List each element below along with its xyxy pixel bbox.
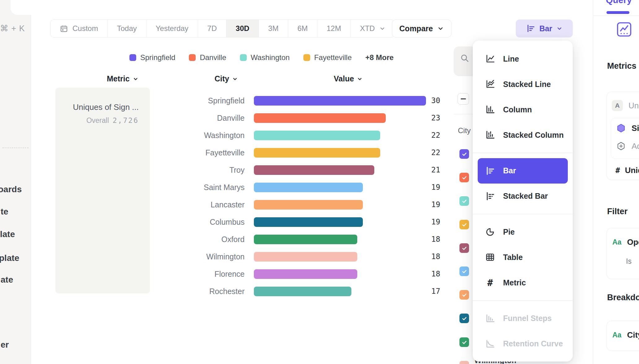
collapse-all-button[interactable] [458, 93, 469, 105]
bar-row: Oxford 18 [186, 231, 440, 248]
bar-category-label: Washington [186, 131, 245, 140]
check-icon [461, 315, 467, 322]
bar[interactable] [254, 287, 351, 296]
checkbox-washington[interactable] [459, 196, 469, 206]
bar[interactable] [254, 113, 386, 123]
sidebar-item-2[interactable]: late [0, 229, 15, 239]
sidebar-item-5[interactable]: er [1, 340, 9, 350]
checkbox-troy[interactable] [459, 243, 469, 253]
bar[interactable] [254, 235, 357, 244]
legend-item-springfield[interactable]: Springfield [129, 53, 175, 62]
checkbox-columbus[interactable] [459, 314, 469, 323]
menu-item-column[interactable]: Column [473, 97, 573, 122]
menu-item-stacked-bar[interactable]: Stacked Bar [473, 184, 573, 209]
bar-category-label: Troy [186, 166, 245, 175]
check-icon [461, 292, 467, 298]
bar-row: Saint Marys 19 [186, 179, 440, 196]
bar[interactable] [254, 131, 380, 140]
range-custom-button[interactable]: Custom [50, 20, 108, 37]
sidebar-item-3[interactable]: plate [0, 253, 19, 263]
calendar-icon [60, 24, 68, 33]
checkbox-fayetteville[interactable] [459, 220, 469, 229]
filter-group-label: City [458, 126, 471, 135]
range-label: 7D [207, 24, 217, 33]
column-header-city[interactable]: City [215, 74, 238, 83]
insights-chart-icon[interactable] [616, 21, 632, 38]
bar-value: 19 [431, 200, 440, 209]
add-event-hexagon-icon[interactable] [616, 141, 626, 151]
column-chart-icon [485, 105, 495, 115]
range-3m-button[interactable]: 3M [259, 20, 288, 37]
checkbox-lancaster[interactable] [459, 290, 469, 300]
filter-operator[interactable]: Is [626, 257, 632, 266]
menu-item-line[interactable]: Line [473, 46, 573, 72]
range-6m-button[interactable]: 6M [288, 20, 317, 37]
metrics-heading: Metrics [607, 61, 637, 71]
menu-item-retention-curve: Retention Curve [473, 331, 573, 357]
menu-item-stacked-line[interactable]: Stacked Line [473, 72, 573, 97]
bar[interactable] [254, 269, 357, 279]
event-selector-card[interactable]: Sig Ad [611, 118, 639, 159]
sidebar-item-boards[interactable]: oards [0, 184, 22, 194]
range-label: 12M [327, 24, 341, 33]
column-header-metric[interactable]: Metric [107, 74, 138, 83]
legend-more-button[interactable]: +8 More [365, 53, 393, 62]
menu-separator [473, 153, 573, 153]
bar[interactable] [254, 200, 363, 210]
bar[interactable] [254, 183, 363, 192]
filter-heading: Filter [607, 207, 628, 216]
range-yesterday-button[interactable]: Yesterday [146, 20, 198, 37]
filter-card[interactable]: Aa Ope Is i [606, 228, 639, 279]
metric-card[interactable]: Uniques of Sign ... Overall2,726 [55, 88, 150, 293]
menu-item-pie[interactable]: Pie [473, 219, 573, 245]
bar[interactable] [254, 148, 380, 158]
column-header-value[interactable]: Value [334, 74, 363, 83]
menu-item-label: Column [503, 105, 532, 114]
chart-type-dropdown-button[interactable]: Bar [516, 20, 573, 37]
sidebar-item-1[interactable]: te [1, 207, 8, 217]
sidebar-item-4[interactable]: ate [1, 275, 13, 285]
range-today-button[interactable]: Today [108, 20, 146, 37]
bar-track [254, 217, 426, 227]
bar-row: Wilmington 18 [186, 248, 440, 265]
legend-swatch [189, 54, 196, 61]
bar[interactable] [254, 217, 363, 227]
menu-item-label: Table [503, 253, 523, 262]
chevron-down-icon [232, 76, 238, 82]
menu-item-stacked-column[interactable]: Stacked Column [473, 122, 573, 148]
checkbox-saint-marys[interactable] [459, 266, 469, 276]
checkbox-danville[interactable] [459, 173, 469, 182]
bar[interactable] [254, 165, 374, 175]
chart-type-label: Bar [539, 24, 552, 33]
bar-value: 30 [431, 96, 440, 105]
range-30d-button[interactable]: 30D [226, 20, 259, 37]
legend-item-danville[interactable]: Danville [189, 53, 226, 62]
checkbox-oxford[interactable] [459, 337, 469, 347]
legend-item-fayetteville[interactable]: Fayetteville [303, 53, 352, 62]
legend-label: Washington [251, 53, 290, 62]
menu-item-metric[interactable]: # Metric [473, 270, 573, 295]
menu-item-table[interactable]: Table [473, 245, 573, 270]
chevron-down-icon [357, 76, 363, 82]
compare-button[interactable]: Compare [392, 20, 451, 37]
breakdown-card[interactable]: Aa City [606, 321, 639, 351]
range-label: 6M [298, 24, 308, 33]
checkbox-springfield[interactable] [459, 149, 469, 159]
range-xtd-button[interactable]: XTD [351, 20, 395, 37]
chevron-down-icon [437, 25, 444, 32]
tab-query[interactable]: Query [606, 0, 632, 5]
bar-category-label: Saint Marys [186, 183, 245, 192]
range-7d-button[interactable]: 7D [198, 20, 227, 37]
bar-row: Troy 21 [186, 161, 440, 179]
range-12m-button[interactable]: 12M [317, 20, 351, 37]
checkbox-wilmington[interactable] [459, 361, 469, 364]
bar-track [254, 96, 426, 106]
chart-legend: Springfield Danville Washington Fayettev… [129, 53, 393, 62]
add-event-label-truncated: Ad [632, 141, 639, 151]
menu-item-bar[interactable]: Bar [478, 158, 568, 184]
bar[interactable] [254, 252, 357, 262]
hash-icon: # [615, 166, 620, 175]
legend-item-washington[interactable]: Washington [240, 53, 290, 62]
bar[interactable] [254, 96, 426, 106]
metric-query-card[interactable]: A Uniq Sig Ad # Uniqu [606, 92, 639, 180]
